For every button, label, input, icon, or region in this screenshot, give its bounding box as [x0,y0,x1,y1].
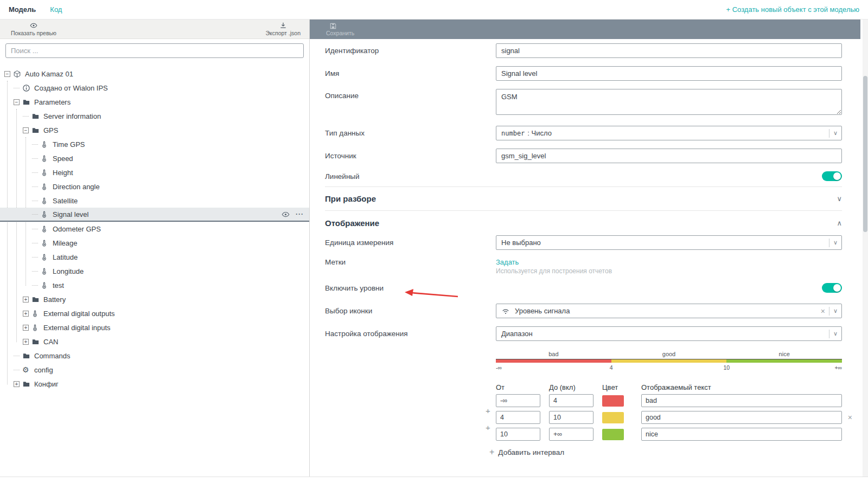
interval-from-input[interactable] [496,411,540,424]
interval-to-input[interactable] [549,394,593,407]
tree-item-parameters[interactable]: − Parameters [0,95,309,109]
interval-text-input[interactable] [641,394,842,407]
tree-item-satellite[interactable]: Satellite [0,194,309,208]
source-input[interactable] [496,149,842,163]
folder-icon [31,126,40,134]
show-preview-button[interactable]: Показать превью [11,22,56,36]
identifier-input[interactable] [496,43,842,58]
tree-item-speed[interactable]: Speed [0,151,309,165]
interval-row: + [496,428,842,441]
clear-icon[interactable]: × [821,307,825,316]
linear-toggle[interactable] [822,171,842,181]
interval-text-input[interactable] [641,411,842,424]
range-preview: bad good nice -∞ 4 10 [496,351,842,372]
folder-icon [31,112,40,120]
tree-item-konfig[interactable]: + Конфиг [0,377,309,391]
labels-hint: Используется для построения отчетов [496,267,842,275]
datatype-select[interactable]: number: Число ∨ [496,126,842,140]
tree-item-direction-angle[interactable]: Direction angle [0,179,309,194]
section-display[interactable]: Отображение ∧ [325,217,842,235]
scrollbar-thumb[interactable] [863,76,867,232]
interval-from-input[interactable] [496,394,540,407]
preview-eye-icon[interactable] [282,210,290,218]
range-tick: 10 [723,364,730,371]
tree-item-external-digital-outputs[interactable]: + External digital outputs [0,306,309,320]
interval-text-input[interactable] [641,428,842,441]
color-swatch[interactable] [602,412,624,423]
tree-item-height[interactable]: Height [0,165,309,179]
col-header-to: До (вкл) [549,383,593,391]
tree-item-external-digital-inputs[interactable]: + External digital inputs [0,320,309,334]
intervals-table: От До (вкл) Цвет Отображаемый текст [496,383,842,441]
section-parsing[interactable]: При разборе ∨ [325,186,842,211]
expand-icon[interactable]: + [23,325,29,331]
tree-item-config[interactable]: ⚙ config [0,363,309,377]
chevron-up-icon: ∧ [837,219,842,227]
tree-item-created-from-wialon-ips[interactable]: Создано от Wialon IPS [0,81,309,95]
topbar-menu: Модель Код [9,5,62,14]
unit-label: Единица измерения [325,239,496,247]
export-json-button[interactable]: Экспорт .json [265,22,301,36]
sensor-icon [41,239,49,247]
expand-icon[interactable]: + [14,381,20,387]
collapse-icon[interactable]: − [23,127,29,133]
collapse-icon[interactable]: − [4,71,10,77]
range-segment-label: nice [726,351,842,357]
collapse-icon[interactable]: − [14,99,20,105]
search-input[interactable] [5,43,304,58]
tree-item-time-gps[interactable]: Time GPS [0,137,309,151]
create-object-link[interactable]: + Создать новый объект с этой моделью [726,5,860,14]
expand-icon[interactable]: + [23,339,29,345]
folder-icon [31,295,40,304]
interval-to-input[interactable] [549,428,593,441]
icon-select[interactable]: Уровень сигнала ×∨ [496,304,842,318]
interval-to-input[interactable] [549,411,593,424]
info-icon [22,83,31,92]
color-swatch[interactable] [602,429,624,440]
menu-item-model[interactable]: Модель [9,5,36,14]
tree-item-can[interactable]: + CAN [0,334,309,349]
tree-item-commands[interactable]: Commands [0,349,309,363]
folder-icon [31,337,40,346]
tree-item-mileage[interactable]: Mileage [0,236,309,250]
tree-item-server-information[interactable]: Server information [0,109,309,123]
download-icon [279,22,287,29]
sensor-icon [41,140,49,149]
tree-item-latitude[interactable]: Latitude [0,250,309,264]
unit-select[interactable]: Не выбрано ∨ [496,235,842,250]
tree-item-odometer-gps[interactable]: Odometer GPS [0,222,309,236]
description-textarea[interactable]: GSM [496,89,842,115]
interval-from-input[interactable] [496,428,540,441]
color-swatch[interactable] [602,395,624,407]
folder-icon [22,379,31,388]
more-actions-icon[interactable]: ··· [296,210,304,218]
sensor-icon [41,267,49,275]
expand-icon[interactable]: + [23,311,29,317]
add-interval-button[interactable]: + Добавить интервал [489,447,842,457]
range-segment-label: good [611,351,727,357]
display-mode-select[interactable]: Диапазон ∨ [496,326,842,341]
sensor-icon [41,168,49,177]
remove-interval-icon[interactable]: × [848,413,852,422]
tree-item-longitude[interactable]: Longitude [0,264,309,278]
save-button[interactable]: Сохранить [326,22,354,36]
chevron-down-icon: ∨ [833,130,838,137]
sensor-icon [31,309,40,318]
tree-item-gps[interactable]: − GPS [0,123,309,137]
interval-row: + × [496,411,842,424]
signal-level-icon [501,307,510,316]
insert-interval-icon[interactable]: + [486,406,490,415]
tree-item-signal-level[interactable]: Signal level ··· [0,208,309,222]
set-labels-link[interactable]: Задать [496,258,842,266]
menu-item-code[interactable]: Код [50,5,62,14]
insert-interval-icon[interactable]: + [486,423,490,432]
tree-item-auto-kamaz-01[interactable]: − Auto Kamaz 01 [0,67,309,81]
cube-icon [13,69,22,78]
name-input[interactable] [496,66,842,81]
expand-icon[interactable]: + [23,297,29,303]
enable-levels-toggle[interactable] [822,283,842,293]
vertical-scrollbar[interactable] [863,20,868,477]
left-panel: Показать превью Экспорт .json − Auto Kam… [0,20,310,477]
tree-item-battery[interactable]: + Battery [0,292,309,306]
tree-item-test[interactable]: test [0,278,309,292]
